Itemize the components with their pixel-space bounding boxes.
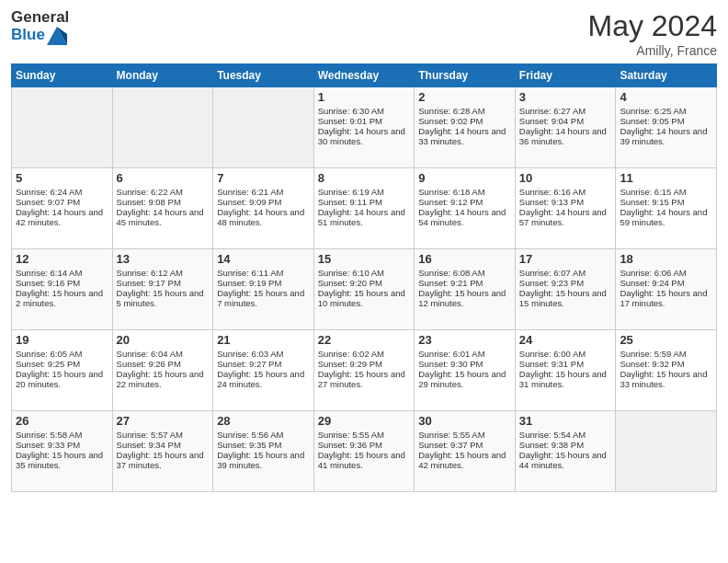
sunrise: Sunrise: 6:07 AM bbox=[519, 268, 612, 278]
calendar-cell: 14Sunrise: 6:11 AMSunset: 9:19 PMDayligh… bbox=[213, 249, 314, 330]
sunrise: Sunrise: 6:22 AM bbox=[117, 187, 210, 197]
sunset: Sunset: 9:11 PM bbox=[318, 197, 411, 207]
calendar-cell: 19Sunrise: 6:05 AMSunset: 9:25 PMDayligh… bbox=[12, 330, 113, 411]
sunrise: Sunrise: 6:19 AM bbox=[318, 187, 411, 197]
sunset: Sunset: 9:19 PM bbox=[217, 278, 310, 288]
month-title: May 2024 bbox=[587, 9, 717, 43]
sunrise: Sunrise: 5:55 AM bbox=[318, 430, 411, 440]
day-number: 8 bbox=[318, 171, 411, 185]
day-number: 13 bbox=[117, 252, 210, 266]
calendar-cell: 16Sunrise: 6:08 AMSunset: 9:21 PMDayligh… bbox=[415, 249, 516, 330]
day-number: 2 bbox=[418, 90, 511, 104]
weekday-header: Monday bbox=[112, 64, 213, 87]
daylight: Daylight: 14 hours and 57 minutes. bbox=[519, 207, 612, 227]
calendar-cell: 27Sunrise: 5:57 AMSunset: 9:34 PMDayligh… bbox=[112, 411, 213, 492]
sunset: Sunset: 9:20 PM bbox=[318, 278, 411, 288]
sunrise: Sunrise: 5:56 AM bbox=[217, 430, 310, 440]
sunrise: Sunrise: 6:28 AM bbox=[418, 106, 511, 116]
logo-blue: Blue bbox=[11, 27, 45, 44]
calendar-cell: 23Sunrise: 6:01 AMSunset: 9:30 PMDayligh… bbox=[415, 330, 516, 411]
calendar-cell: 29Sunrise: 5:55 AMSunset: 9:36 PMDayligh… bbox=[313, 411, 415, 492]
calendar-cell: 10Sunrise: 6:16 AMSunset: 9:13 PMDayligh… bbox=[515, 168, 616, 249]
page-container: General Blue May 2024 Amilly, France Sun… bbox=[0, 0, 728, 501]
sunset: Sunset: 9:27 PM bbox=[217, 359, 310, 369]
daylight: Daylight: 14 hours and 59 minutes. bbox=[620, 207, 712, 227]
daylight: Daylight: 14 hours and 33 minutes. bbox=[418, 126, 511, 146]
daylight: Daylight: 15 hours and 37 minutes. bbox=[117, 450, 210, 470]
logo: General Blue bbox=[11, 9, 69, 45]
calendar-table: SundayMondayTuesdayWednesdayThursdayFrid… bbox=[11, 63, 717, 492]
calendar-cell: 28Sunrise: 5:56 AMSunset: 9:35 PMDayligh… bbox=[213, 411, 314, 492]
day-number: 12 bbox=[16, 252, 108, 266]
sunset: Sunset: 9:33 PM bbox=[16, 440, 108, 450]
sunset: Sunset: 9:17 PM bbox=[117, 278, 210, 288]
sunrise: Sunrise: 5:54 AM bbox=[519, 430, 612, 440]
daylight: Daylight: 14 hours and 36 minutes. bbox=[519, 126, 612, 146]
sunrise: Sunrise: 6:16 AM bbox=[519, 187, 612, 197]
daylight: Daylight: 15 hours and 42 minutes. bbox=[418, 450, 511, 470]
daylight: Daylight: 14 hours and 48 minutes. bbox=[217, 207, 310, 227]
daylight: Daylight: 15 hours and 2 minutes. bbox=[16, 288, 108, 308]
sunrise: Sunrise: 5:57 AM bbox=[117, 430, 210, 440]
day-number: 27 bbox=[117, 414, 210, 428]
daylight: Daylight: 15 hours and 17 minutes. bbox=[620, 288, 712, 308]
day-number: 19 bbox=[16, 333, 108, 347]
sunset: Sunset: 9:31 PM bbox=[519, 359, 612, 369]
day-number: 1 bbox=[318, 90, 411, 104]
daylight: Daylight: 15 hours and 12 minutes. bbox=[418, 288, 511, 308]
calendar-cell: 30Sunrise: 5:55 AMSunset: 9:37 PMDayligh… bbox=[415, 411, 516, 492]
calendar-week-row: 19Sunrise: 6:05 AMSunset: 9:25 PMDayligh… bbox=[12, 330, 717, 411]
daylight: Daylight: 14 hours and 51 minutes. bbox=[318, 207, 411, 227]
daylight: Daylight: 15 hours and 15 minutes. bbox=[519, 288, 612, 308]
day-number: 24 bbox=[519, 333, 612, 347]
sunset: Sunset: 9:08 PM bbox=[117, 197, 210, 207]
sunset: Sunset: 9:35 PM bbox=[217, 440, 310, 450]
sunrise: Sunrise: 5:58 AM bbox=[16, 430, 108, 440]
sunrise: Sunrise: 6:24 AM bbox=[16, 187, 108, 197]
calendar-week-row: 1Sunrise: 6:30 AMSunset: 9:01 PMDaylight… bbox=[12, 87, 717, 168]
calendar-cell bbox=[616, 411, 717, 492]
day-number: 29 bbox=[318, 414, 411, 428]
calendar-week-row: 26Sunrise: 5:58 AMSunset: 9:33 PMDayligh… bbox=[12, 411, 717, 492]
daylight: Daylight: 15 hours and 20 minutes. bbox=[16, 369, 108, 389]
calendar-cell: 24Sunrise: 6:00 AMSunset: 9:31 PMDayligh… bbox=[515, 330, 616, 411]
day-number: 5 bbox=[16, 171, 108, 185]
daylight: Daylight: 15 hours and 39 minutes. bbox=[217, 450, 310, 470]
calendar-cell bbox=[112, 87, 213, 168]
sunset: Sunset: 9:15 PM bbox=[620, 197, 712, 207]
sunrise: Sunrise: 6:18 AM bbox=[418, 187, 511, 197]
sunrise: Sunrise: 6:30 AM bbox=[318, 106, 411, 116]
daylight: Daylight: 15 hours and 44 minutes. bbox=[519, 450, 612, 470]
calendar-cell: 26Sunrise: 5:58 AMSunset: 9:33 PMDayligh… bbox=[12, 411, 113, 492]
sunset: Sunset: 9:12 PM bbox=[418, 197, 511, 207]
daylight: Daylight: 14 hours and 42 minutes. bbox=[16, 207, 108, 227]
sunset: Sunset: 9:29 PM bbox=[318, 359, 411, 369]
weekday-header: Tuesday bbox=[213, 64, 314, 87]
sunrise: Sunrise: 6:01 AM bbox=[418, 349, 511, 359]
day-number: 11 bbox=[620, 171, 712, 185]
daylight: Daylight: 14 hours and 30 minutes. bbox=[318, 126, 411, 146]
calendar-cell: 25Sunrise: 5:59 AMSunset: 9:32 PMDayligh… bbox=[616, 330, 717, 411]
sunset: Sunset: 9:04 PM bbox=[519, 116, 612, 126]
header: General Blue May 2024 Amilly, France bbox=[11, 9, 717, 58]
daylight: Daylight: 15 hours and 22 minutes. bbox=[117, 369, 210, 389]
sunrise: Sunrise: 6:11 AM bbox=[217, 268, 310, 278]
daylight: Daylight: 14 hours and 39 minutes. bbox=[620, 126, 712, 146]
day-number: 31 bbox=[519, 414, 612, 428]
sunrise: Sunrise: 6:04 AM bbox=[117, 349, 210, 359]
sunset: Sunset: 9:09 PM bbox=[217, 197, 310, 207]
sunrise: Sunrise: 6:21 AM bbox=[217, 187, 310, 197]
day-number: 20 bbox=[117, 333, 210, 347]
day-number: 6 bbox=[117, 171, 210, 185]
calendar-week-row: 12Sunrise: 6:14 AMSunset: 9:16 PMDayligh… bbox=[12, 249, 717, 330]
sunrise: Sunrise: 6:12 AM bbox=[117, 268, 210, 278]
sunset: Sunset: 9:32 PM bbox=[620, 359, 712, 369]
day-number: 17 bbox=[519, 252, 612, 266]
sunrise: Sunrise: 6:05 AM bbox=[16, 349, 108, 359]
daylight: Daylight: 15 hours and 10 minutes. bbox=[318, 288, 411, 308]
sunrise: Sunrise: 5:55 AM bbox=[418, 430, 511, 440]
day-number: 25 bbox=[620, 333, 712, 347]
day-number: 21 bbox=[217, 333, 310, 347]
day-number: 4 bbox=[620, 90, 712, 104]
sunset: Sunset: 9:01 PM bbox=[318, 116, 411, 126]
